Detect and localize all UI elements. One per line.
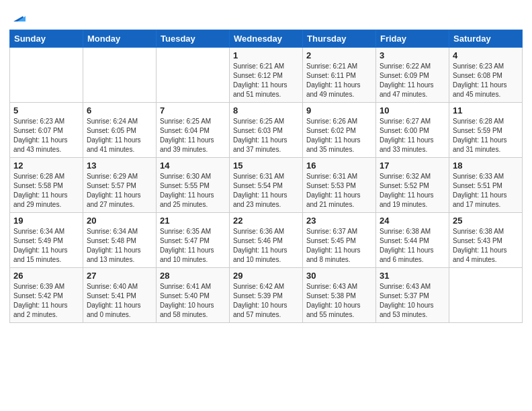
day-info: Sunrise: 6:38 AMSunset: 5:43 PMDaylight:…	[453, 227, 519, 265]
calendar-cell: 9Sunrise: 6:26 AMSunset: 6:02 PMDaylight…	[303, 103, 376, 158]
day-info: Sunrise: 6:31 AMSunset: 5:53 PMDaylight:…	[306, 172, 372, 210]
day-info: Sunrise: 6:21 AMSunset: 6:11 PMDaylight:…	[306, 62, 372, 99]
day-number: 2	[306, 50, 372, 60]
calendar-cell: 3Sunrise: 6:22 AMSunset: 6:09 PMDaylight…	[376, 48, 449, 103]
day-number: 25	[453, 216, 519, 226]
weekday-header: Friday	[376, 30, 449, 48]
weekday-header: Saturday	[449, 30, 523, 48]
day-info: Sunrise: 6:23 AMSunset: 6:08 PMDaylight:…	[453, 62, 519, 99]
day-info: Sunrise: 6:43 AMSunset: 5:38 PMDaylight:…	[306, 282, 372, 320]
calendar-cell: 12Sunrise: 6:28 AMSunset: 5:58 PMDayligh…	[10, 158, 83, 213]
calendar-cell: 10Sunrise: 6:27 AMSunset: 6:00 PMDayligh…	[376, 103, 449, 158]
day-number: 5	[13, 105, 79, 116]
day-number: 28	[160, 271, 226, 281]
day-number: 20	[87, 216, 152, 226]
day-info: Sunrise: 6:21 AMSunset: 6:12 PMDaylight:…	[233, 62, 299, 99]
day-info: Sunrise: 6:41 AMSunset: 5:40 PMDaylight:…	[160, 282, 226, 320]
day-number: 14	[160, 161, 226, 171]
day-number: 13	[87, 161, 152, 171]
day-info: Sunrise: 6:43 AMSunset: 5:37 PMDaylight:…	[380, 282, 445, 320]
calendar-cell: 5Sunrise: 6:23 AMSunset: 6:07 PMDaylight…	[10, 103, 83, 158]
calendar-cell: 18Sunrise: 6:33 AMSunset: 5:51 PMDayligh…	[449, 158, 523, 213]
logo	[9, 9, 26, 24]
day-number: 8	[233, 105, 299, 116]
day-number: 15	[233, 161, 299, 171]
day-info: Sunrise: 6:37 AMSunset: 5:45 PMDaylight:…	[306, 227, 372, 265]
calendar-cell: 21Sunrise: 6:35 AMSunset: 5:47 PMDayligh…	[157, 213, 230, 268]
page: SundayMondayTuesdayWednesdayThursdayFrid…	[0, 0, 532, 411]
calendar-cell: 19Sunrise: 6:34 AMSunset: 5:49 PMDayligh…	[10, 213, 83, 268]
day-info: Sunrise: 6:31 AMSunset: 5:54 PMDaylight:…	[233, 172, 299, 210]
day-number: 19	[13, 216, 79, 226]
calendar-cell: 15Sunrise: 6:31 AMSunset: 5:54 PMDayligh…	[230, 158, 303, 213]
day-info: Sunrise: 6:32 AMSunset: 5:52 PMDaylight:…	[380, 172, 445, 210]
day-info: Sunrise: 6:42 AMSunset: 5:39 PMDaylight:…	[233, 282, 299, 320]
weekday-header: Tuesday	[157, 30, 230, 48]
day-number: 26	[13, 271, 79, 281]
header	[9, 7, 523, 24]
calendar-week-row: 12Sunrise: 6:28 AMSunset: 5:58 PMDayligh…	[10, 158, 523, 213]
calendar-cell: 11Sunrise: 6:28 AMSunset: 5:59 PMDayligh…	[449, 103, 523, 158]
calendar-cell: 23Sunrise: 6:37 AMSunset: 5:45 PMDayligh…	[303, 213, 376, 268]
day-number: 29	[233, 271, 299, 281]
calendar-cell: 25Sunrise: 6:38 AMSunset: 5:43 PMDayligh…	[449, 213, 523, 268]
day-info: Sunrise: 6:25 AMSunset: 6:04 PMDaylight:…	[160, 117, 226, 154]
day-number: 3	[380, 50, 445, 60]
day-info: Sunrise: 6:34 AMSunset: 5:48 PMDaylight:…	[87, 227, 152, 265]
calendar-cell: 31Sunrise: 6:43 AMSunset: 5:37 PMDayligh…	[376, 268, 449, 323]
calendar-header-row: SundayMondayTuesdayWednesdayThursdayFrid…	[10, 30, 523, 48]
logo-icon	[11, 9, 26, 24]
weekday-header: Sunday	[10, 30, 83, 48]
calendar-week-row: 26Sunrise: 6:39 AMSunset: 5:42 PMDayligh…	[10, 268, 523, 323]
day-number: 11	[453, 105, 519, 116]
day-number: 7	[160, 105, 226, 116]
calendar-cell: 27Sunrise: 6:40 AMSunset: 5:41 PMDayligh…	[83, 268, 157, 323]
calendar-cell: 2Sunrise: 6:21 AMSunset: 6:11 PMDaylight…	[303, 48, 376, 103]
calendar-cell: 24Sunrise: 6:38 AMSunset: 5:44 PMDayligh…	[376, 213, 449, 268]
weekday-header: Monday	[83, 30, 157, 48]
day-number: 22	[233, 216, 299, 226]
day-number: 18	[453, 161, 519, 171]
calendar-cell: 26Sunrise: 6:39 AMSunset: 5:42 PMDayligh…	[10, 268, 83, 323]
day-number: 10	[380, 105, 445, 116]
calendar-cell	[10, 48, 83, 103]
calendar-cell: 13Sunrise: 6:29 AMSunset: 5:57 PMDayligh…	[83, 158, 157, 213]
calendar-week-row: 19Sunrise: 6:34 AMSunset: 5:49 PMDayligh…	[10, 213, 523, 268]
day-info: Sunrise: 6:38 AMSunset: 5:44 PMDaylight:…	[380, 227, 445, 265]
day-number: 24	[380, 216, 445, 226]
day-info: Sunrise: 6:35 AMSunset: 5:47 PMDaylight:…	[160, 227, 226, 265]
day-number: 12	[13, 161, 79, 171]
day-info: Sunrise: 6:23 AMSunset: 6:07 PMDaylight:…	[13, 117, 79, 154]
day-number: 30	[306, 271, 372, 281]
weekday-header: Wednesday	[230, 30, 303, 48]
day-number: 23	[306, 216, 372, 226]
calendar-cell: 20Sunrise: 6:34 AMSunset: 5:48 PMDayligh…	[83, 213, 157, 268]
day-number: 6	[87, 105, 152, 116]
day-info: Sunrise: 6:39 AMSunset: 5:42 PMDaylight:…	[13, 282, 79, 320]
calendar-cell: 4Sunrise: 6:23 AMSunset: 6:08 PMDaylight…	[449, 48, 523, 103]
day-info: Sunrise: 6:36 AMSunset: 5:46 PMDaylight:…	[233, 227, 299, 265]
day-number: 4	[453, 50, 519, 60]
day-info: Sunrise: 6:28 AMSunset: 5:58 PMDaylight:…	[13, 172, 79, 210]
day-info: Sunrise: 6:30 AMSunset: 5:55 PMDaylight:…	[160, 172, 226, 210]
calendar: SundayMondayTuesdayWednesdayThursdayFrid…	[9, 30, 523, 323]
weekday-header: Thursday	[303, 30, 376, 48]
day-info: Sunrise: 6:34 AMSunset: 5:49 PMDaylight:…	[13, 227, 79, 265]
day-info: Sunrise: 6:22 AMSunset: 6:09 PMDaylight:…	[380, 62, 445, 99]
calendar-cell: 1Sunrise: 6:21 AMSunset: 6:12 PMDaylight…	[230, 48, 303, 103]
calendar-cell: 30Sunrise: 6:43 AMSunset: 5:38 PMDayligh…	[303, 268, 376, 323]
day-number: 21	[160, 216, 226, 226]
calendar-cell: 16Sunrise: 6:31 AMSunset: 5:53 PMDayligh…	[303, 158, 376, 213]
calendar-week-row: 1Sunrise: 6:21 AMSunset: 6:12 PMDaylight…	[10, 48, 523, 103]
day-info: Sunrise: 6:27 AMSunset: 6:00 PMDaylight:…	[380, 117, 445, 154]
calendar-cell: 8Sunrise: 6:25 AMSunset: 6:03 PMDaylight…	[230, 103, 303, 158]
day-info: Sunrise: 6:25 AMSunset: 6:03 PMDaylight:…	[233, 117, 299, 154]
day-info: Sunrise: 6:40 AMSunset: 5:41 PMDaylight:…	[87, 282, 152, 320]
day-info: Sunrise: 6:26 AMSunset: 6:02 PMDaylight:…	[306, 117, 372, 154]
calendar-week-row: 5Sunrise: 6:23 AMSunset: 6:07 PMDaylight…	[10, 103, 523, 158]
day-number: 1	[233, 50, 299, 60]
day-number: 16	[306, 161, 372, 171]
calendar-cell: 7Sunrise: 6:25 AMSunset: 6:04 PMDaylight…	[157, 103, 230, 158]
calendar-cell	[157, 48, 230, 103]
day-number: 27	[87, 271, 152, 281]
